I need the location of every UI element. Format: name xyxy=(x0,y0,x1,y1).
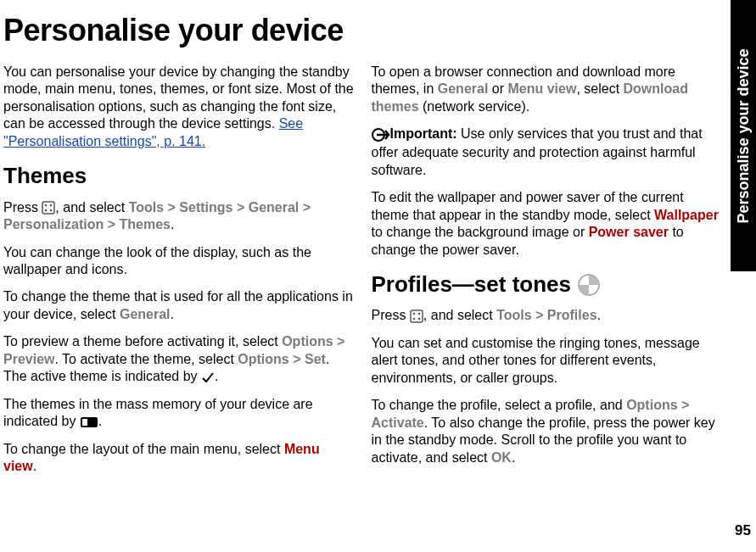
text: . xyxy=(597,308,601,322)
sep: > xyxy=(164,200,179,215)
svg-point-2 xyxy=(50,204,53,207)
nav-settings: Settings xyxy=(179,200,232,215)
option-general: General xyxy=(120,307,171,321)
svg-point-1 xyxy=(45,204,48,207)
svg-rect-6 xyxy=(82,419,87,426)
option-ok: OK xyxy=(491,450,512,465)
text: . xyxy=(215,369,218,383)
sep: > xyxy=(232,200,248,215)
text: . xyxy=(171,307,174,321)
text: To preview a theme before activating it,… xyxy=(3,334,282,348)
nav-general: General xyxy=(249,200,300,215)
nav-profiles: Profiles xyxy=(547,308,597,322)
svg-point-3 xyxy=(45,209,48,212)
menu-key-icon xyxy=(410,309,423,323)
checkmark-icon xyxy=(201,371,215,383)
nav-options: Options xyxy=(238,352,288,366)
nav-options: Options xyxy=(626,398,677,412)
wallpaper-p: To edit the wallpaper and power saver of… xyxy=(372,189,723,259)
text: . xyxy=(98,414,102,428)
text: To change the profile, select a profile,… xyxy=(372,398,627,412)
text: , and select xyxy=(423,308,496,322)
option-wallpaper: Wallpaper xyxy=(654,208,719,222)
profiles-heading: Profiles—set tones xyxy=(372,270,723,298)
column-right: To open a browser connection and downloa… xyxy=(372,64,723,486)
text: , select xyxy=(576,81,623,96)
text: (network service). xyxy=(419,99,530,114)
svg-point-13 xyxy=(418,318,421,321)
svg-point-10 xyxy=(413,313,416,315)
text: . xyxy=(512,450,515,465)
important-p: Important: Use only services that you tr… xyxy=(372,125,723,179)
themes-p3: To preview a theme before activating it,… xyxy=(3,333,355,385)
sep: > xyxy=(678,398,690,412)
option-power-saver: Power saver xyxy=(589,225,669,239)
text: To edit the wallpaper and power saver of… xyxy=(372,190,684,221)
page-title: Personalise your device xyxy=(3,13,722,48)
profiles-heading-text: Profiles—set tones xyxy=(372,270,572,298)
text: . xyxy=(33,459,36,473)
sep: > xyxy=(333,334,345,348)
menu-key-icon xyxy=(42,201,55,215)
text: . To activate the theme, select xyxy=(54,352,238,366)
nav-tools: Tools xyxy=(496,308,531,322)
important-label: Important: xyxy=(390,127,462,142)
themes-p4: The themes in the mass memory of your de… xyxy=(3,396,355,431)
profiles-p1: You can set and customise the ringing to… xyxy=(372,335,723,387)
nav-set: Set xyxy=(305,352,326,366)
menu-view-p: To change the layout of the main menu, s… xyxy=(3,441,355,476)
sep: > xyxy=(104,217,119,231)
profiles-press-line: Press , and select Tools > Profiles. xyxy=(372,307,723,324)
mass-memory-icon xyxy=(80,416,98,428)
themes-press-line: Press , and select Tools > Settings > Ge… xyxy=(3,199,355,234)
nav-personalization: Personalization xyxy=(3,217,104,231)
side-tab: Personalise your device xyxy=(731,0,756,271)
page: Personalise your device 95 Personalise y… xyxy=(0,0,756,552)
text: To change the layout of the main menu, s… xyxy=(3,442,284,456)
svg-point-11 xyxy=(418,313,421,315)
option-general: General xyxy=(438,81,489,96)
sep: > xyxy=(532,308,547,322)
text: Press xyxy=(3,200,42,215)
text: Press xyxy=(372,308,410,322)
themes-p2: To change the theme that is used for all… xyxy=(3,288,355,323)
svg-rect-9 xyxy=(411,310,423,322)
text: , and select xyxy=(55,200,128,215)
sep: > xyxy=(299,200,311,215)
themes-p1: You can change the look of the display, … xyxy=(3,244,355,279)
text: or xyxy=(488,81,507,96)
text: . xyxy=(171,217,174,231)
svg-point-4 xyxy=(50,209,53,212)
side-tab-label: Personalise your device xyxy=(735,48,753,223)
nav-preview: Preview xyxy=(3,352,54,366)
important-icon xyxy=(372,125,390,144)
profiles-icon xyxy=(578,274,600,296)
sep: > xyxy=(289,352,305,366)
intro-paragraph: You can personalise your device by chang… xyxy=(3,64,355,150)
svg-point-12 xyxy=(413,318,416,321)
text: To change the theme that is used for all… xyxy=(3,289,353,321)
columns: You can personalise your device by chang… xyxy=(3,64,722,486)
column-left: You can personalise your device by chang… xyxy=(3,64,355,486)
download-themes-p: To open a browser connection and downloa… xyxy=(372,64,723,115)
svg-rect-0 xyxy=(42,202,54,214)
page-number: 95 xyxy=(735,522,751,539)
profiles-p2: To change the profile, select a profile,… xyxy=(372,397,723,466)
nav-tools: Tools xyxy=(129,200,164,215)
nav-activate: Activate xyxy=(372,415,424,430)
option-menu-view: Menu view xyxy=(507,81,576,96)
nav-options: Options xyxy=(282,334,333,348)
nav-themes: Themes xyxy=(119,217,170,231)
themes-heading: Themes xyxy=(3,162,355,190)
text: to change the background image or xyxy=(372,225,589,239)
text: The themes in the mass memory of your de… xyxy=(3,397,313,428)
